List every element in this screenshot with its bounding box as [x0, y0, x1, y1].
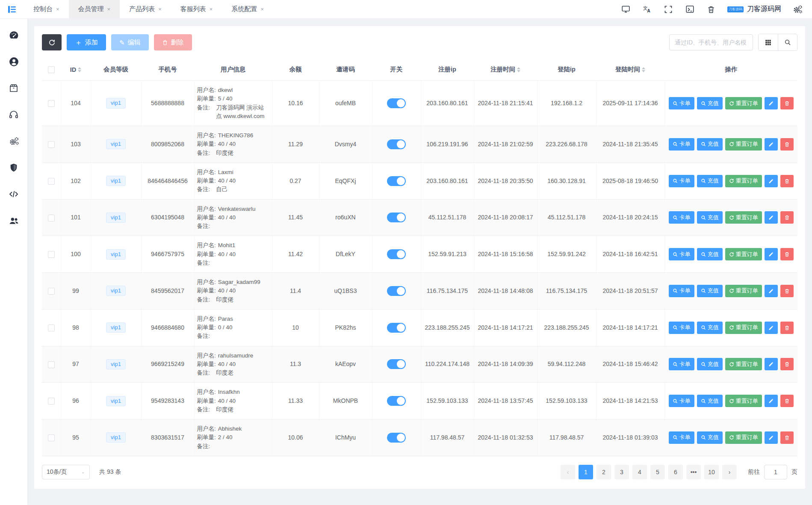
- tab-products[interactable]: 产品列表 ×: [120, 0, 171, 18]
- row-edit-button[interactable]: [765, 97, 778, 109]
- translate-icon[interactable]: 文 A: [642, 4, 652, 15]
- card-order-button[interactable]: 卡单: [669, 431, 694, 444]
- card-order-button[interactable]: 卡单: [669, 358, 694, 370]
- row-edit-button[interactable]: [765, 431, 778, 444]
- status-toggle[interactable]: [387, 139, 406, 149]
- sidebar-item-service[interactable]: [8, 109, 20, 121]
- recharge-button[interactable]: 充值: [697, 97, 723, 109]
- status-toggle[interactable]: [387, 433, 406, 443]
- reset-order-button[interactable]: 重置订单: [725, 285, 762, 297]
- tab-close-icon[interactable]: ×: [56, 6, 59, 12]
- reset-order-button[interactable]: 重置订单: [725, 395, 762, 407]
- gears-icon[interactable]: [792, 4, 803, 15]
- recharge-button[interactable]: 充值: [697, 138, 723, 151]
- sidebar-item-users[interactable]: [8, 215, 20, 227]
- status-toggle[interactable]: [387, 98, 406, 108]
- search-submit-button[interactable]: [778, 34, 797, 50]
- reset-order-button[interactable]: 重置订单: [725, 211, 762, 224]
- page-number-button[interactable]: 2: [596, 465, 611, 479]
- delete-button[interactable]: 删除: [154, 34, 192, 50]
- tab-service[interactable]: 客服列表 ×: [171, 0, 222, 18]
- row-delete-button[interactable]: [780, 248, 794, 260]
- add-button[interactable]: ＋ 添加: [67, 34, 106, 50]
- row-edit-button[interactable]: [765, 138, 778, 151]
- tab-close-icon[interactable]: ×: [210, 6, 213, 12]
- sort-carets[interactable]: [642, 67, 645, 72]
- status-toggle[interactable]: [387, 213, 406, 222]
- row-checkbox[interactable]: [48, 325, 55, 331]
- row-edit-button[interactable]: [765, 322, 778, 334]
- tab-settings[interactable]: 系统配置 ×: [222, 0, 273, 18]
- recharge-button[interactable]: 充值: [697, 175, 723, 187]
- page-number-button[interactable]: 3: [614, 465, 629, 479]
- recharge-button[interactable]: 充值: [697, 431, 723, 444]
- row-checkbox[interactable]: [48, 251, 55, 258]
- recharge-button[interactable]: 充值: [697, 248, 723, 260]
- tab-close-icon[interactable]: ×: [158, 6, 162, 12]
- row-delete-button[interactable]: [780, 285, 794, 297]
- reset-order-button[interactable]: 重置订单: [725, 322, 762, 334]
- select-all-checkbox[interactable]: [48, 66, 55, 73]
- sort-carets[interactable]: [78, 67, 81, 72]
- reset-order-button[interactable]: 重置订单: [725, 138, 762, 151]
- next-page-button[interactable]: ›: [722, 465, 737, 479]
- row-edit-button[interactable]: [765, 248, 778, 260]
- column-grid-button[interactable]: [759, 34, 778, 50]
- sidebar-collapse-button[interactable]: [0, 0, 24, 18]
- row-edit-button[interactable]: [765, 175, 778, 187]
- row-checkbox[interactable]: [48, 178, 55, 185]
- search-input[interactable]: [669, 34, 753, 50]
- page-ellipsis-button[interactable]: •••: [686, 465, 701, 479]
- reset-order-button[interactable]: 重置订单: [725, 97, 762, 109]
- card-order-button[interactable]: 卡单: [669, 97, 694, 109]
- card-order-button[interactable]: 卡单: [669, 248, 694, 260]
- row-edit-button[interactable]: [765, 211, 778, 224]
- page-number-button[interactable]: 1: [579, 465, 593, 479]
- row-delete-button[interactable]: [780, 211, 794, 224]
- row-delete-button[interactable]: [780, 175, 794, 187]
- recharge-button[interactable]: 充值: [697, 322, 723, 334]
- row-checkbox[interactable]: [48, 434, 55, 441]
- status-toggle[interactable]: [387, 323, 406, 333]
- reset-order-button[interactable]: 重置订单: [725, 358, 762, 370]
- page-number-button[interactable]: 5: [650, 465, 665, 479]
- reset-order-button[interactable]: 重置订单: [725, 175, 762, 187]
- card-order-button[interactable]: 卡单: [669, 395, 694, 407]
- fullscreen-icon[interactable]: [663, 4, 673, 15]
- row-delete-button[interactable]: [780, 97, 794, 109]
- page-number-button[interactable]: 4: [632, 465, 647, 479]
- brand[interactable]: 刀客源码 刀客源码网: [727, 5, 781, 14]
- status-toggle[interactable]: [387, 286, 406, 296]
- tab-members[interactable]: 会员管理 ×: [69, 0, 120, 18]
- tab-console[interactable]: 控制台 ×: [24, 0, 69, 18]
- row-checkbox[interactable]: [48, 215, 55, 221]
- reset-order-button[interactable]: 重置订单: [725, 248, 762, 260]
- row-edit-button[interactable]: [765, 285, 778, 297]
- status-toggle[interactable]: [387, 359, 406, 369]
- status-toggle[interactable]: [387, 249, 406, 259]
- sidebar-item-product[interactable]: [8, 82, 20, 94]
- card-order-button[interactable]: 卡单: [669, 138, 694, 151]
- card-order-button[interactable]: 卡单: [669, 322, 694, 334]
- sidebar-item-dashboard[interactable]: [8, 29, 20, 41]
- row-checkbox[interactable]: [48, 398, 55, 405]
- monitor-icon[interactable]: [620, 4, 631, 15]
- prev-page-button[interactable]: ‹: [561, 465, 575, 479]
- card-order-button[interactable]: 卡单: [669, 211, 694, 224]
- row-edit-button[interactable]: [765, 395, 778, 407]
- recharge-button[interactable]: 充值: [697, 211, 723, 224]
- goto-page-input[interactable]: [764, 465, 787, 479]
- reset-order-button[interactable]: 重置订单: [725, 431, 762, 444]
- status-toggle[interactable]: [387, 176, 406, 186]
- sidebar-item-member[interactable]: [8, 56, 20, 68]
- page-number-button[interactable]: 6: [668, 465, 683, 479]
- row-delete-button[interactable]: [780, 431, 794, 444]
- tab-close-icon[interactable]: ×: [260, 6, 264, 12]
- row-delete-button[interactable]: [780, 138, 794, 151]
- status-toggle[interactable]: [387, 396, 406, 406]
- card-order-button[interactable]: 卡单: [669, 175, 694, 187]
- recharge-button[interactable]: 充值: [697, 395, 723, 407]
- sidebar-item-code[interactable]: [8, 188, 20, 200]
- page-number-button[interactable]: 10: [704, 465, 719, 479]
- refresh-button[interactable]: [42, 34, 62, 50]
